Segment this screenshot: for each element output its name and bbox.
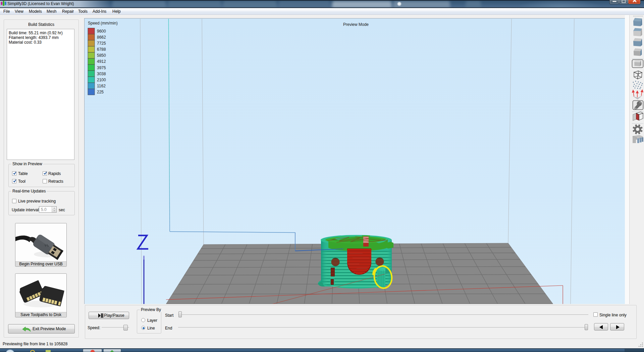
svg-text:6788: 6788 — [97, 47, 106, 52]
svg-text:1162: 1162 — [97, 84, 106, 88]
svg-text:8662: 8662 — [97, 35, 106, 40]
svg-text:225: 225 — [97, 90, 104, 94]
svg-text:9600: 9600 — [97, 29, 106, 34]
svg-text:7725: 7725 — [97, 41, 106, 46]
svg-text:3038: 3038 — [97, 72, 106, 76]
svg-text:5850: 5850 — [97, 53, 106, 58]
svg-text:3975: 3975 — [97, 65, 106, 70]
svg-text:2100: 2100 — [97, 78, 106, 82]
svg-text:4912: 4912 — [97, 59, 106, 64]
